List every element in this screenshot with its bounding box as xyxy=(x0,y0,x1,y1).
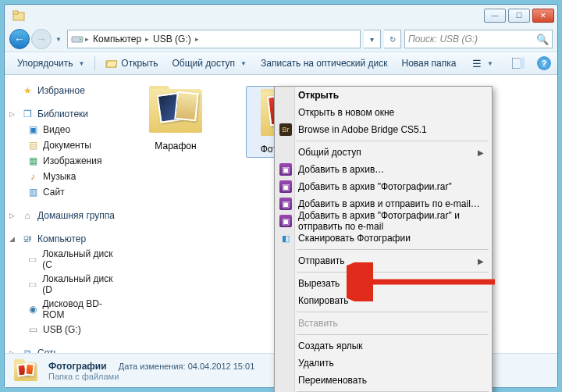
ctx-browse-bridge[interactable]: BrBrowse in Adobe Bridge CS5.1 xyxy=(275,121,492,138)
ctx-create-shortcut[interactable]: Создать ярлык xyxy=(275,337,492,355)
rar-icon: ▣ xyxy=(279,180,292,193)
open-icon xyxy=(105,57,118,69)
search-placeholder: Поиск: USB (G:) xyxy=(408,34,478,45)
ctx-add-archive[interactable]: ▣Добавить в архив… xyxy=(275,161,492,178)
nav-history-drop[interactable]: ▼ xyxy=(53,32,64,46)
details-type: Папка с файлами xyxy=(48,372,119,381)
nav-pictures[interactable]: ▦Изображения xyxy=(5,153,126,169)
folder-marathon[interactable]: Марафон xyxy=(137,86,215,151)
rar-icon: ▣ xyxy=(279,198,292,210)
ctx-share[interactable]: Общий доступ▶ xyxy=(275,144,492,161)
details-meta: Фотографии Дата изменения: 04.04.2012 15… xyxy=(48,361,254,381)
computer-icon: 🖳 xyxy=(21,233,34,245)
nav-homegroup[interactable]: ▷⌂Домашняя группа xyxy=(5,208,126,223)
details-thumb xyxy=(12,359,39,383)
maximize-button[interactable]: ☐ xyxy=(508,9,530,23)
address-bar: ← → ▼ ▸ Компьютер ▸ USB (G:) ▸ ▾ ↻ Поиск… xyxy=(5,27,557,52)
search-icon: 🔍 xyxy=(536,34,549,45)
nav-libraries[interactable]: ▷❐Библиотеки xyxy=(5,106,126,122)
bdrom-icon: ◉ xyxy=(27,303,38,315)
svg-rect-1 xyxy=(13,11,18,14)
nav-usb[interactable]: ▭USB (G:) xyxy=(5,322,126,337)
nav-favorites[interactable]: ★Избранное xyxy=(5,83,126,98)
explorer-window: — ☐ ✕ ← → ▼ ▸ Компьютер ▸ USB (G:) ▸ ▾ ↻… xyxy=(4,4,558,388)
nav-site[interactable]: ▥Сайт xyxy=(5,184,126,200)
open-button[interactable]: Открыть xyxy=(99,55,164,72)
crumb-usb[interactable]: USB (G:) xyxy=(151,34,194,45)
hdd-icon: ▭ xyxy=(27,253,38,265)
nav-pane[interactable]: ★Избранное ▷❐Библиотеки ▣Видео ▤Документ… xyxy=(5,75,126,353)
bridge-icon: Br xyxy=(279,123,292,136)
hdd-icon: ▭ xyxy=(27,278,38,290)
back-button[interactable]: ← xyxy=(9,29,30,49)
ctx-open-new-window[interactable]: Открыть в новом окне xyxy=(275,104,492,121)
titlebar: — ☐ ✕ xyxy=(5,5,557,27)
submenu-arrow-icon: ▶ xyxy=(478,148,484,157)
help-button[interactable]: ? xyxy=(537,56,551,70)
ctx-open[interactable]: Открыть xyxy=(275,87,492,104)
view-button[interactable]: ☰▼ xyxy=(466,55,500,72)
music-icon: ♪ xyxy=(27,170,39,183)
window-icon xyxy=(12,9,25,22)
refresh-button[interactable]: ↻ xyxy=(384,30,401,48)
toolbar: Упорядочить▼ Открыть Общий доступ▼ Запис… xyxy=(5,52,557,75)
folder-label: Марафон xyxy=(137,141,215,151)
context-menu: Открыть Открыть в новом окне BrBrowse in… xyxy=(274,86,493,392)
ctx-send-to[interactable]: Отправить▶ xyxy=(275,252,492,269)
video-icon: ▣ xyxy=(27,123,39,136)
submenu-arrow-icon: ▶ xyxy=(478,257,484,265)
new-folder-button[interactable]: Новая папка xyxy=(396,55,463,71)
nav-computer[interactable]: ◢🖳Компьютер xyxy=(5,231,126,247)
details-mod-label: Дата изменения: xyxy=(119,362,186,371)
nav-documents[interactable]: ▤Документы xyxy=(5,137,126,153)
nav-music[interactable]: ♪Музыка xyxy=(5,169,126,184)
close-button[interactable]: ✕ xyxy=(532,9,554,23)
nav-local-c[interactable]: ▭Локальный диск (C xyxy=(5,247,126,272)
organize-button[interactable]: Упорядочить▼ xyxy=(11,55,91,71)
star-icon: ★ xyxy=(21,84,34,97)
ctx-cut[interactable]: Вырезать xyxy=(275,275,492,292)
burn-button[interactable]: Записать на оптический диск xyxy=(254,55,394,71)
nav-video[interactable]: ▣Видео xyxy=(5,122,126,137)
ctx-delete[interactable]: Удалить xyxy=(275,355,492,372)
nav-network[interactable]: ▷⧉Сеть xyxy=(5,345,126,353)
forward-button[interactable]: → xyxy=(31,29,52,49)
scan-icon: ◧ xyxy=(279,232,292,244)
rar-icon: ▣ xyxy=(279,163,292,176)
search-input[interactable]: Поиск: USB (G:) 🔍 xyxy=(404,30,553,48)
svg-marker-5 xyxy=(106,61,117,67)
homegroup-icon: ⌂ xyxy=(21,209,34,222)
network-icon: ⧉ xyxy=(21,347,34,353)
library-icon: ❐ xyxy=(21,108,34,120)
usb-icon: ▭ xyxy=(27,323,39,336)
details-name: Фотографии xyxy=(48,361,107,372)
share-button[interactable]: Общий доступ▼ xyxy=(165,55,253,71)
ctx-copy[interactable]: Копировать xyxy=(275,292,492,309)
svg-point-3 xyxy=(80,39,81,41)
ctx-rename[interactable]: Переименовать xyxy=(275,372,492,389)
window-controls: — ☐ ✕ xyxy=(484,9,554,23)
site-icon: ▥ xyxy=(27,186,39,198)
rar-icon: ▣ xyxy=(279,215,292,227)
pictures-icon: ▦ xyxy=(27,155,39,167)
minimize-button[interactable]: — xyxy=(484,9,506,23)
nav-local-d[interactable]: ▭Локальный диск (D xyxy=(5,272,126,297)
ctx-scan[interactable]: ◧Сканировать Фотографии xyxy=(275,230,492,247)
folder-icon xyxy=(144,86,207,136)
crumb-computer[interactable]: Компьютер xyxy=(91,34,144,45)
drive-icon xyxy=(71,33,84,45)
ctx-add-rar-email[interactable]: ▣Добавить в архив "Фотографии.rar" и отп… xyxy=(275,212,492,230)
documents-icon: ▤ xyxy=(27,139,39,151)
breadcrumb[interactable]: ▸ Компьютер ▸ USB (G:) ▸ xyxy=(67,30,361,48)
ctx-add-rar[interactable]: ▣Добавить в архив "Фотографии.rar" xyxy=(275,178,492,195)
ctx-paste: Вставить xyxy=(275,315,492,332)
nav-bdrom[interactable]: ◉Дисковод BD-ROM xyxy=(5,297,126,322)
svg-rect-7 xyxy=(520,58,525,69)
details-mod-value: 04.04.2012 15:01 xyxy=(188,362,255,371)
breadcrumb-dropdown[interactable]: ▾ xyxy=(364,30,381,48)
preview-pane-button[interactable] xyxy=(506,55,531,71)
